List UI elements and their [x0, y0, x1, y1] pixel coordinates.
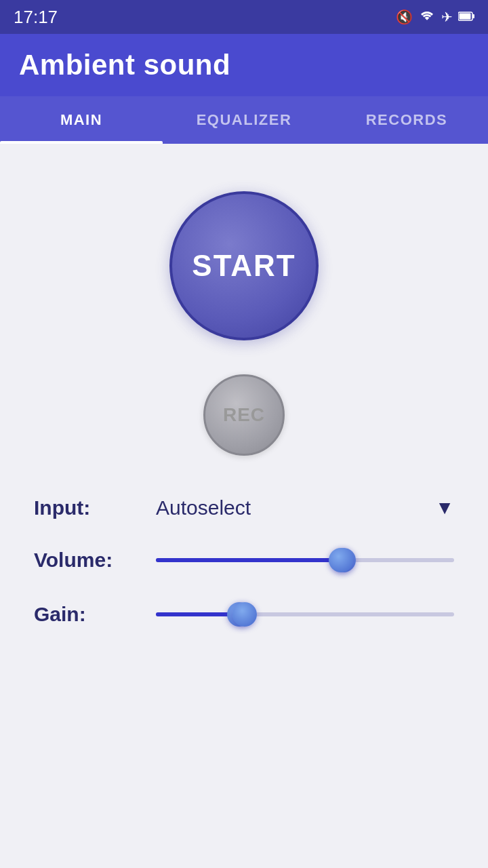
app-bar: Ambient sound: [0, 34, 488, 96]
rec-button[interactable]: REC: [203, 374, 285, 456]
tab-main[interactable]: MAIN: [0, 96, 163, 144]
dropdown-arrow-icon: ▼: [435, 497, 454, 519]
volume-mute-icon: 🔇: [396, 9, 413, 25]
status-icons: 🔇 ✈: [396, 9, 474, 26]
volume-slider-container: [156, 547, 454, 574]
wifi-icon: [418, 9, 436, 26]
gain-slider-container: [156, 601, 454, 628]
tab-records[interactable]: RECORDS: [325, 96, 488, 144]
gain-label: Gain:: [34, 603, 156, 626]
input-dropdown-value: Autoselect: [156, 496, 435, 519]
volume-slider[interactable]: [156, 558, 454, 562]
battery-icon: [458, 9, 474, 25]
svg-rect-2: [460, 13, 471, 19]
gain-control-row: Gain:: [34, 601, 454, 628]
tab-bar: MAIN EQUALIZER RECORDS: [0, 96, 488, 144]
controls-section: Input: Autoselect ▼ Volume: Gain:: [27, 496, 461, 655]
start-button-label: START: [192, 249, 296, 283]
rec-button-label: REC: [223, 404, 265, 426]
gain-slider[interactable]: [156, 612, 454, 616]
rec-button-wrapper: REC: [203, 374, 285, 456]
start-button-wrapper: START: [169, 191, 319, 340]
input-dropdown[interactable]: Autoselect ▼: [156, 496, 454, 519]
input-control-row: Input: Autoselect ▼: [34, 496, 454, 519]
airplane-icon: ✈: [441, 9, 453, 25]
status-bar: 17:17 🔇 ✈: [0, 0, 488, 34]
volume-control-row: Volume:: [34, 547, 454, 574]
tab-equalizer[interactable]: EQUALIZER: [163, 96, 325, 144]
volume-label: Volume:: [34, 549, 156, 572]
app-title: Ambient sound: [19, 49, 469, 81]
main-content: START REC Input: Autoselect ▼ Volume:: [0, 144, 488, 868]
svg-rect-1: [472, 14, 474, 18]
input-label: Input:: [34, 496, 156, 519]
start-button[interactable]: START: [169, 191, 319, 340]
status-time: 17:17: [14, 7, 58, 28]
